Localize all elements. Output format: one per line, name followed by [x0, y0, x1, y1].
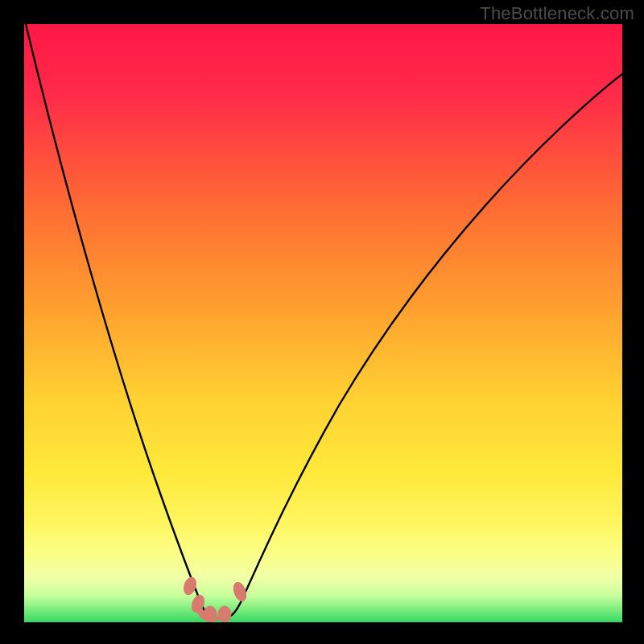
watermark-text: TheBottleneck.com	[480, 3, 634, 24]
marker-point	[218, 606, 231, 622]
gradient-background	[24, 24, 622, 622]
chart-frame: TheBottleneck.com	[0, 0, 644, 644]
plot-area	[24, 24, 622, 622]
chart-svg	[24, 24, 622, 622]
